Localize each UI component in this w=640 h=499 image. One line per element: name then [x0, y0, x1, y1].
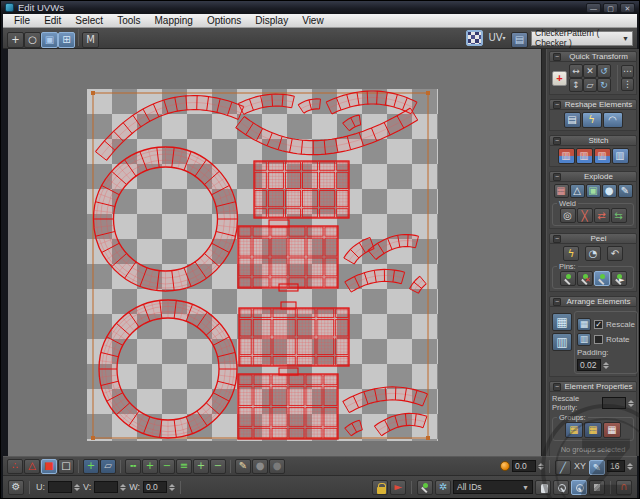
break-by-angle-icon[interactable]: △	[570, 184, 585, 198]
menu-view[interactable]: View	[295, 14, 331, 27]
space-horizontal-icon[interactable]: ⋯	[621, 65, 634, 78]
texture-dropdown[interactable]: CheckerPattern ( Checker )▼	[531, 31, 633, 46]
freeze-filter-icon[interactable]: ✲	[435, 480, 451, 495]
rearrange-icon[interactable]: ▥	[552, 333, 572, 351]
brush-size-spinner[interactable]	[627, 463, 633, 470]
u-coordinate-field[interactable]	[48, 481, 72, 493]
stitch-custom-icon[interactable]: ▥	[558, 148, 575, 164]
select-loop-icon[interactable]: ≡	[176, 459, 192, 474]
brush-size-field[interactable]: 16	[607, 460, 625, 472]
menu-select[interactable]: Select	[68, 14, 110, 27]
straighten-icon[interactable]: ◠	[603, 112, 623, 128]
xy-space-button[interactable]: XY	[573, 461, 587, 471]
quick-peel-icon[interactable]: ϟ	[563, 246, 579, 261]
menu-display[interactable]: Display	[248, 14, 295, 27]
falloff-brush-icon[interactable]: ╱	[555, 460, 571, 475]
group-selected-icon[interactable]: ▦	[565, 422, 583, 438]
pack-full-icon[interactable]: ▥	[577, 333, 591, 346]
paint-select-add-icon[interactable]: ●	[252, 459, 268, 474]
break-by-material-icon[interactable]: ●	[602, 184, 617, 198]
pack-normalize-icon[interactable]: ▦	[552, 313, 572, 331]
v-spinner[interactable]	[120, 484, 126, 491]
maximize-button[interactable]: ▢	[603, 3, 618, 13]
freeform-rotate-icon[interactable]: ▱	[583, 78, 597, 92]
show-map-toggle[interactable]	[466, 30, 483, 46]
rescale-priority-field[interactable]	[602, 397, 626, 409]
relax-custom-icon[interactable]: ϟ	[582, 112, 602, 128]
freeform-mode-icon[interactable]: ⊞	[58, 32, 75, 48]
rotate-checkbox[interactable]	[594, 335, 603, 344]
ungroup-selected-icon[interactable]: ▦	[584, 422, 602, 438]
align-pivot-button[interactable]: +	[552, 71, 567, 86]
weld-right-icon[interactable]: ⇆	[611, 208, 627, 223]
stitch-target-icon[interactable]: ▥	[612, 148, 629, 164]
explode-to-faces-icon[interactable]: ▦	[554, 184, 569, 198]
rescale-priority-spinner[interactable]	[628, 400, 634, 407]
uv-editor-viewport[interactable]	[8, 49, 541, 456]
rotate-ccw-icon[interactable]: ↺	[597, 64, 611, 78]
close-button[interactable]: ✕	[620, 3, 635, 13]
zoom-region-icon[interactable]	[571, 480, 587, 495]
grow-loop-icon[interactable]: +	[193, 459, 209, 474]
move-tool-icon[interactable]: +	[7, 32, 24, 48]
polygon-mode-icon[interactable]: ■	[41, 459, 57, 474]
texture-list-icon[interactable]: ▤	[511, 32, 528, 48]
edge-loop-dashes-icon[interactable]: ╍	[125, 459, 141, 474]
w-spinner[interactable]	[169, 484, 175, 491]
planar-angle-toggle-icon[interactable]: ▱	[100, 459, 116, 474]
align-horizontal-icon[interactable]: ↔	[569, 64, 583, 78]
pin-interactive-icon[interactable]	[594, 271, 610, 286]
collapse-icon[interactable]: −	[553, 298, 561, 306]
uv-canvas[interactable]	[8, 49, 541, 456]
falloff-field[interactable]: 0.0	[512, 460, 536, 472]
element-mode-icon[interactable]: □	[58, 459, 74, 474]
u-spinner[interactable]	[74, 484, 80, 491]
titlebar[interactable]: Edit UVWs — ▢ ✕	[1, 1, 639, 14]
padding-spinner[interactable]	[603, 362, 609, 369]
menu-mapping[interactable]: Mapping	[148, 14, 200, 27]
stitch-average-icon[interactable]: ▥	[594, 148, 611, 164]
paint-select-icon[interactable]: ✎	[235, 459, 251, 474]
scale-tool-icon[interactable]: ▣	[41, 32, 58, 48]
stitch-source-icon[interactable]: ▥	[576, 148, 593, 164]
weld-left-icon[interactable]: ⇄	[594, 208, 610, 223]
weld-selected-icon[interactable]: ╳	[577, 208, 593, 223]
reset-peel-icon[interactable]: ↶	[607, 246, 623, 261]
pin-icon[interactable]	[560, 271, 576, 286]
break-edges-icon[interactable]: ✎	[618, 184, 633, 198]
material-id-dropdown[interactable]: All IDs▼	[453, 480, 533, 494]
absolute-offset-gear-icon[interactable]: ⚙	[8, 480, 24, 495]
collapse-icon[interactable]: −	[553, 53, 561, 61]
collapse-icon[interactable]: −	[553, 235, 561, 243]
menu-options[interactable]: Options	[200, 14, 248, 27]
shrink-selection-icon[interactable]: −	[159, 459, 175, 474]
vertex-mode-icon[interactable]: ∴	[7, 459, 23, 474]
w-coordinate-field[interactable]: 0.0	[143, 481, 167, 493]
menu-tools[interactable]: Tools	[110, 14, 147, 27]
uv-channel-button[interactable]: UV▾	[486, 30, 508, 46]
zoom-extents-icon[interactable]	[589, 480, 605, 495]
break-by-smoothing-icon[interactable]: ▣	[586, 184, 601, 198]
peel-mode-icon[interactable]: ◔	[585, 246, 601, 261]
falloff-spinner[interactable]	[538, 463, 544, 470]
soft-selection-icon[interactable]	[500, 461, 510, 471]
rotate-tool-icon[interactable]: ○	[24, 32, 41, 48]
menu-file[interactable]: File	[7, 14, 37, 27]
space-vertical-icon[interactable]: ⋮	[621, 78, 634, 91]
pin-select-icon[interactable]: ►	[611, 271, 627, 286]
filter-selected-faces-icon[interactable]: ►	[390, 480, 406, 495]
paint-select-sub-icon[interactable]: ●	[269, 459, 285, 474]
collapse-icon[interactable]: −	[553, 101, 561, 109]
select-element-toggle-icon[interactable]: +	[83, 459, 99, 474]
select-group-icon[interactable]: ▦	[603, 422, 621, 438]
mirror-tool-icon[interactable]: M	[82, 32, 99, 48]
shrink-loop-icon[interactable]: −	[210, 459, 226, 474]
snap-toggle-icon[interactable]: ∩	[616, 480, 632, 495]
unpin-icon[interactable]: ✕	[577, 271, 593, 286]
pan-hand-icon[interactable]	[535, 480, 551, 495]
relax-until-flat-icon[interactable]: ▤	[564, 112, 581, 128]
collapse-icon[interactable]: −	[553, 383, 561, 391]
align-vertical-icon[interactable]: ↕	[569, 78, 583, 92]
menu-edit[interactable]: Edit	[37, 14, 68, 27]
collapse-icon[interactable]: −	[553, 173, 561, 181]
